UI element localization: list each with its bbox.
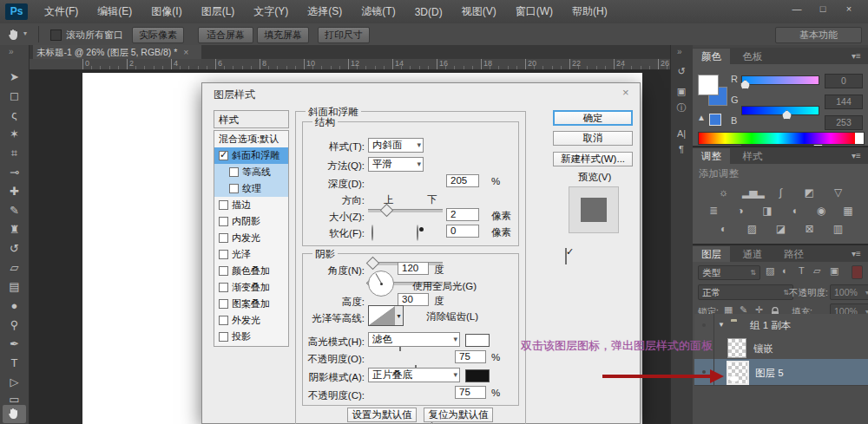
texture-checkbox[interactable] (229, 184, 239, 193)
pattern-overlay-checkbox[interactable] (219, 299, 228, 309)
menu-layer[interactable]: 图层(L) (192, 4, 245, 19)
channel-g-value[interactable]: 144 (825, 95, 863, 109)
workspace-switcher[interactable]: 基本功能 (775, 27, 862, 43)
new-style-button[interactable]: 新建样式(W)... (553, 152, 633, 166)
menu-select[interactable]: 选择(S) (298, 4, 352, 19)
move-tool-icon[interactable]: ➤ (5, 69, 23, 85)
type-tool-icon[interactable]: T (5, 356, 23, 371)
channel-r-value[interactable]: 0 (825, 74, 863, 88)
filter-shape-layers-icon[interactable]: ▱ (813, 265, 820, 277)
layer-name[interactable]: 镶嵌 (753, 342, 773, 356)
info-panel-icon[interactable]: ⓘ (674, 101, 689, 114)
gradient-overlay-checkbox[interactable] (219, 283, 228, 292)
marquee-tool-icon[interactable]: ◻ (5, 88, 23, 104)
size-input[interactable]: 2 (446, 208, 479, 221)
gloss-contour-dropdown-icon[interactable]: ▼ (395, 305, 404, 326)
reset-default-button[interactable]: 复位为默认值 (424, 408, 493, 422)
style-item-color-overlay[interactable]: 颜色叠加 (214, 263, 288, 279)
tab-paths[interactable]: 路径 (775, 246, 812, 264)
soften-input[interactable]: 0 (446, 225, 479, 238)
style-item-inner-glow[interactable]: 内发光 (214, 230, 288, 246)
close-button[interactable]: × (838, 2, 859, 16)
clone-source-panel-icon[interactable]: ▣ (674, 84, 689, 98)
healing-brush-tool-icon[interactable]: ✚ (5, 184, 23, 199)
clone-stamp-tool-icon[interactable]: ♜ (5, 222, 23, 238)
crop-tool-icon[interactable]: ⌗ (5, 146, 23, 161)
tab-layers[interactable]: 图层 (693, 246, 730, 264)
tab-styles[interactable]: 样式 (733, 148, 771, 166)
channel-r-slider[interactable] (741, 75, 819, 85)
channel-g-slider[interactable] (741, 106, 819, 115)
layer-group-name[interactable]: 组 1 副本 (750, 319, 791, 332)
gradient-tool-icon[interactable]: ▤ (5, 279, 23, 295)
adjustment-posterize-icon[interactable]: ▨ (742, 222, 761, 236)
shadow-color-swatch[interactable] (465, 369, 490, 382)
menu-type[interactable]: 文字(Y) (244, 4, 298, 19)
menu-edit[interactable]: 编辑(E) (88, 4, 141, 19)
style-item-outer-glow[interactable]: 外发光 (214, 312, 288, 329)
opacity-dropdown[interactable]: 100%▾ (830, 284, 868, 300)
tool-preset-caret-icon[interactable]: ▾ (23, 29, 27, 37)
direction-up-radio[interactable] (372, 225, 373, 241)
adjustment-color-balance-icon[interactable]: ◑ (731, 204, 750, 218)
adjustment-selective-color-icon[interactable]: ⊠ (799, 222, 819, 236)
history-brush-tool-icon[interactable]: ↺ (5, 241, 23, 257)
adjustment-curves-icon[interactable]: ∫ (771, 186, 790, 199)
color-panel-menu-icon[interactable]: ▾≡ (852, 51, 861, 61)
outer-glow-checkbox[interactable] (219, 316, 228, 325)
adjustment-levels-icon[interactable]: ▂▅▂ (742, 186, 761, 199)
color-spectrum-ramp[interactable] (698, 132, 865, 145)
filter-pixel-layers-icon[interactable]: ▨ (766, 265, 774, 277)
layers-panel-menu-icon[interactable]: ▾≡ (852, 249, 861, 258)
actual-pixels-button[interactable]: 实际像素 (132, 27, 184, 43)
character-panel-icon[interactable]: A| (674, 127, 689, 140)
document-tab[interactable]: 未标题-1 @ 26% (图层 5, RGB/8) * × (33, 45, 201, 59)
print-size-button[interactable]: 打印尺寸 (318, 27, 370, 43)
menu-filter[interactable]: 滤镜(T) (352, 4, 404, 19)
tab-swatches[interactable]: 色板 (733, 49, 771, 66)
adjustment-color-lookup-icon[interactable]: ▦ (838, 204, 858, 218)
menu-window[interactable]: 窗口(W) (506, 4, 562, 19)
adjustment-exposure-icon[interactable]: ◩ (799, 186, 819, 199)
scroll-all-windows-checkbox[interactable] (50, 29, 62, 41)
bevel-style-dropdown[interactable]: 内斜面 (368, 138, 424, 153)
highlight-mode-dropdown[interactable]: 滤色 (368, 332, 460, 347)
ok-button[interactable]: 确定 (553, 110, 633, 126)
shadow-opacity-input[interactable]: 75 (455, 386, 486, 399)
menu-image[interactable]: 图像(I) (141, 4, 191, 19)
gloss-contour-thumbnail[interactable] (368, 305, 396, 326)
filter-adjustment-layers-icon[interactable]: ◐ (782, 265, 788, 276)
tab-color[interactable]: 颜色 (693, 49, 730, 66)
depth-slider[interactable] (368, 209, 443, 212)
style-item-blending-options[interactable]: 混合选项:默认 (214, 131, 288, 147)
gamut-warning-icon[interactable]: ▲ (697, 113, 706, 122)
shadow-mode-dropdown[interactable]: 正片叠底 (368, 368, 460, 382)
highlight-opacity-input[interactable]: 75 (455, 350, 486, 363)
toolbar-collapse-icon[interactable]: » (9, 47, 14, 56)
adjustment-brightness-contrast-icon[interactable]: ☼ (713, 186, 733, 199)
adjustment-gradient-map-icon[interactable]: ▥ (828, 222, 847, 236)
blur-tool-icon[interactable]: ● (5, 298, 23, 314)
satin-checkbox[interactable] (219, 250, 228, 259)
style-item-contour[interactable]: 等高线 (214, 164, 288, 180)
style-item-gradient-overlay[interactable]: 渐变叠加 (214, 279, 288, 296)
style-item-pattern-overlay[interactable]: 图案叠加 (214, 296, 288, 312)
menu-file[interactable]: 文件(F) (35, 4, 88, 19)
menu-3d[interactable]: 3D(D) (405, 6, 452, 18)
lasso-tool-icon[interactable]: ς (5, 108, 23, 123)
adjustment-black-white-icon[interactable]: ◨ (758, 204, 777, 218)
dock-collapse-icon[interactable]: » (677, 47, 682, 56)
stroke-checkbox[interactable] (219, 200, 228, 210)
pen-tool-icon[interactable]: ✒ (5, 336, 23, 352)
quick-selection-tool-icon[interactable]: ✶ (5, 127, 23, 142)
layer-group-row[interactable]: ▼ 组 1 副本 (694, 314, 868, 337)
technique-dropdown[interactable]: 平滑 (368, 157, 424, 172)
layer-filter-type-dropdown[interactable]: 类型⇅ (698, 265, 760, 280)
document-tab-close-icon[interactable]: × (180, 47, 188, 57)
style-item-drop-shadow[interactable]: 投影 (214, 329, 288, 345)
adjustment-hue-saturation-icon[interactable]: ≣ (704, 204, 723, 218)
inner-glow-checkbox[interactable] (219, 233, 228, 243)
contour-checkbox[interactable] (229, 167, 239, 177)
inner-shadow-checkbox[interactable] (219, 217, 228, 226)
tab-channels[interactable]: 通道 (733, 246, 771, 264)
